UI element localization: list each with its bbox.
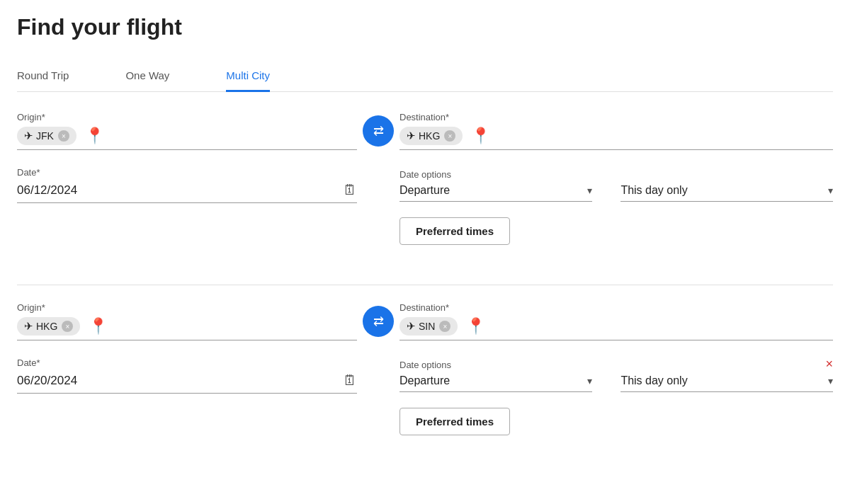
dest-field-group-1: Destination* ✈ HKG × 📍: [400, 112, 833, 150]
dest-underline-1: ✈ HKG × 📍: [400, 127, 833, 150]
page-title: Find your flight: [17, 14, 833, 40]
dest-tag-1[interactable]: ✈ HKG ×: [400, 127, 463, 145]
day-filter-label-2: [620, 360, 833, 370]
date-underline-1: 06/12/2024 🗓: [17, 182, 357, 203]
date-options-label-2: Date options: [400, 360, 592, 370]
flight-segment-2: Origin* ✈ HKG × 📍 ⇄ Destination*: [17, 302, 833, 458]
dest-field-group-2: Destination* ✈ SIN × 📍: [400, 302, 833, 340]
swap-area-2: ⇄: [357, 306, 400, 337]
origin-section-2: Origin* ✈ HKG × 📍: [17, 302, 357, 340]
dest-code-1: HKG: [419, 130, 440, 142]
date-right-2: Date options Departure ▾ This day only ▾…: [400, 360, 833, 392]
day-filter-group-1: This day only ▾: [620, 169, 833, 202]
calendar-icon-2[interactable]: 🗓: [343, 372, 357, 389]
dest-tag-2[interactable]: ✈ SIN ×: [400, 317, 458, 336]
flight-segment-1: Origin* ✈ JFK × 📍 ⇄ Destination*: [17, 112, 833, 268]
day-filter-label-1: [620, 169, 833, 180]
day-filter-value-1: This day only: [620, 184, 687, 197]
calendar-icon-1[interactable]: 🗓: [343, 182, 357, 198]
swap-area-1: ⇄: [357, 115, 400, 147]
date-options-group-2: Date options Departure ▾: [400, 360, 592, 392]
date-field-group-2: Date* 06/20/2024 🗓: [17, 357, 357, 394]
plane-icon-dest-1: ✈: [407, 130, 416, 142]
preferred-times-button-2[interactable]: Preferred times: [400, 408, 510, 435]
date-underline-2: 06/20/2024 🗓: [17, 372, 357, 394]
remove-segment-button-2[interactable]: ×: [825, 357, 833, 372]
origin-underline-1: ✈ JFK × 📍: [17, 127, 357, 150]
swap-button-2[interactable]: ⇄: [363, 306, 394, 337]
date-options-underline-2[interactable]: Departure ▾: [400, 374, 592, 392]
day-filter-underline-2[interactable]: This day only ▾: [620, 374, 833, 392]
preferred-times-button-1[interactable]: Preferred times: [400, 217, 510, 245]
origin-field-group-2: Origin* ✈ HKG × 📍: [17, 302, 357, 340]
origin-remove-1[interactable]: ×: [58, 130, 69, 142]
origin-label-1: Origin*: [17, 112, 357, 122]
tab-bar: Round Trip One Way Multi City: [17, 60, 833, 92]
origin-pin-1[interactable]: 📍: [85, 127, 104, 145]
date-options-chevron-2[interactable]: ▾: [587, 375, 592, 386]
tab-multi-city[interactable]: Multi City: [226, 61, 270, 92]
date-label-1: Date*: [17, 167, 357, 178]
dest-label-1: Destination*: [400, 112, 833, 122]
origin-code-2: HKG: [36, 321, 57, 332]
origin-underline-2: ✈ HKG × 📍: [17, 317, 357, 340]
dest-label-2: Destination*: [400, 302, 833, 313]
date-left-1: Date* 06/12/2024 🗓: [17, 167, 357, 203]
swap-icon-1: ⇄: [373, 123, 384, 139]
day-filter-chevron-1[interactable]: ▾: [828, 185, 833, 196]
date-row-1: Date* 06/12/2024 🗓 Date options Departur…: [17, 167, 833, 203]
date-options-chevron-1[interactable]: ▾: [587, 185, 592, 196]
date-options-group-1: Date options Departure ▾: [400, 169, 592, 202]
origin-field-group-1: Origin* ✈ JFK × 📍: [17, 112, 357, 150]
preferred-times-row-2: Preferred times: [17, 408, 833, 435]
date-options-label-1: Date options: [400, 169, 592, 180]
preferred-times-row-1: Preferred times: [17, 217, 833, 245]
origin-pin-2[interactable]: 📍: [89, 317, 108, 336]
dest-section-1: Destination* ✈ HKG × 📍: [400, 112, 833, 150]
date-value-1: 06/12/2024: [17, 183, 77, 197]
date-label-2: Date*: [17, 357, 357, 368]
date-value-2: 06/20/2024: [17, 374, 77, 388]
origin-tag-2[interactable]: ✈ HKG ×: [17, 317, 80, 336]
plane-icon-origin-1: ✈: [24, 130, 33, 142]
day-filter-group-2: This day only ▾: [620, 360, 833, 392]
origin-remove-2[interactable]: ×: [62, 321, 73, 332]
dest-pin-2[interactable]: 📍: [466, 317, 485, 336]
origin-dest-row-2: Origin* ✈ HKG × 📍 ⇄ Destination*: [17, 302, 833, 340]
origin-code-1: JFK: [36, 130, 54, 142]
tab-one-way[interactable]: One Way: [125, 61, 169, 92]
origin-section-1: Origin* ✈ JFK × 📍: [17, 112, 357, 150]
dest-remove-2[interactable]: ×: [439, 321, 450, 332]
origin-tag-1[interactable]: ✈ JFK ×: [17, 127, 76, 145]
dest-remove-1[interactable]: ×: [444, 130, 455, 142]
dest-section-2: Destination* ✈ SIN × 📍: [400, 302, 833, 340]
date-right-1: Date options Departure ▾ This day only ▾: [400, 169, 833, 202]
date-options-value-1: Departure: [400, 184, 450, 197]
date-options-underline-1[interactable]: Departure ▾: [400, 184, 592, 202]
tab-round-trip[interactable]: Round Trip: [17, 61, 69, 92]
origin-dest-row-1: Origin* ✈ JFK × 📍 ⇄ Destination*: [17, 112, 833, 150]
date-row-2: Date* 06/20/2024 🗓 Date options Departur…: [17, 357, 833, 394]
plane-icon-dest-2: ✈: [407, 320, 416, 333]
day-filter-chevron-2[interactable]: ▾: [828, 375, 833, 386]
plane-icon-origin-2: ✈: [24, 320, 33, 333]
day-filter-underline-1[interactable]: This day only ▾: [620, 184, 833, 202]
date-left-2: Date* 06/20/2024 🗓: [17, 357, 357, 394]
swap-button-1[interactable]: ⇄: [363, 115, 394, 147]
swap-icon-2: ⇄: [373, 314, 384, 329]
dest-code-2: SIN: [419, 321, 435, 332]
date-field-group-1: Date* 06/12/2024 🗓: [17, 167, 357, 203]
day-filter-value-2: This day only: [620, 374, 687, 387]
dest-underline-2: ✈ SIN × 📍: [400, 317, 833, 340]
dest-pin-1[interactable]: 📍: [471, 127, 490, 145]
segment-divider: [17, 285, 833, 285]
date-options-value-2: Departure: [400, 374, 450, 387]
origin-label-2: Origin*: [17, 302, 357, 313]
